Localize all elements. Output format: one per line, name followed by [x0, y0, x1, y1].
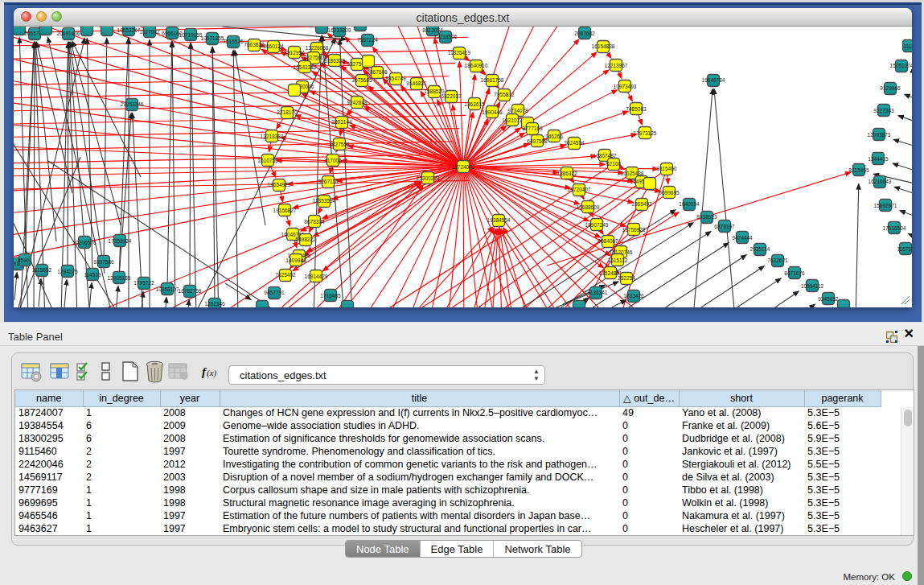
svg-text:1615112: 1615112	[608, 257, 628, 263]
svg-text:20206576: 20206576	[73, 240, 97, 245]
svg-text:16210643: 16210643	[869, 179, 892, 184]
svg-text:3267110: 3267110	[318, 179, 339, 184]
svg-text:1292346: 1292346	[204, 301, 225, 307]
svg-text:7625402: 7625402	[275, 272, 296, 278]
svg-text:19384554: 19384554	[487, 217, 511, 223]
svg-text:2087682: 2087682	[574, 31, 595, 36]
svg-text:7663822: 7663822	[244, 42, 265, 47]
svg-text:3675685: 3675685	[351, 77, 372, 83]
svg-text:1409946: 1409946	[285, 257, 306, 263]
svg-text:10958107: 10958107	[156, 286, 179, 292]
svg-text:45901: 45901	[18, 257, 32, 263]
svg-text:9146821: 9146821	[406, 80, 427, 86]
svg-text:13226058: 13226058	[306, 45, 329, 51]
svg-text:9115460: 9115460	[657, 166, 677, 171]
svg-text:20691406: 20691406	[57, 31, 80, 36]
svg-text:18907249: 18907249	[585, 222, 609, 228]
svg-text:114519: 114519	[84, 272, 101, 278]
svg-text:10719155: 10719155	[179, 32, 203, 38]
svg-text:9777169: 9777169	[522, 126, 543, 131]
svg-text:19166827: 19166827	[273, 208, 297, 213]
svg-text:19756928: 19756928	[622, 227, 646, 233]
svg-text:(x): (x)	[207, 368, 217, 378]
svg-text:9129966: 9129966	[880, 85, 901, 91]
svg-text:1610755: 1610755	[257, 158, 278, 163]
svg-text:116753: 116753	[897, 246, 912, 252]
svg-text:10688609: 10688609	[577, 204, 600, 210]
svg-text:2718170: 2718170	[277, 109, 298, 115]
svg-text:12213383: 12213383	[261, 134, 284, 139]
svg-text:16914479: 16914479	[305, 274, 328, 279]
svg-text:10654112: 10654112	[801, 283, 824, 289]
svg-text:6497508: 6497508	[527, 138, 548, 144]
svg-text:9457791: 9457791	[264, 290, 285, 295]
svg-text:15692971: 15692971	[874, 203, 897, 208]
svg-text:10671355: 10671355	[201, 35, 224, 41]
svg-text:8678334: 8678334	[304, 219, 325, 225]
svg-text:9327500: 9327500	[303, 55, 324, 60]
svg-text:7357224: 7357224	[357, 37, 378, 43]
svg-text:746266: 746266	[545, 134, 563, 139]
svg-text:252254: 252254	[618, 275, 635, 281]
svg-text:1733426: 1733426	[623, 293, 644, 299]
svg-text:17973125: 17973125	[634, 130, 657, 136]
svg-text:1115682: 1115682	[32, 267, 52, 273]
svg-text:16961758: 16961758	[481, 77, 504, 83]
svg-text:16782759: 16782759	[179, 288, 202, 294]
svg-text:16154838: 16154838	[592, 43, 615, 49]
svg-text:1362615: 1362615	[464, 101, 485, 107]
svg-text:7485063: 7485063	[626, 106, 647, 112]
svg-text:9245652: 9245652	[818, 296, 839, 302]
svg-text:3624554: 3624554	[564, 140, 585, 146]
svg-text:9084067: 9084067	[598, 238, 618, 244]
svg-text:12218506: 12218506	[434, 34, 458, 39]
svg-text:12905185: 12905185	[108, 275, 131, 281]
svg-text:10653267: 10653267	[117, 27, 141, 33]
svg-text:18640910: 18640910	[465, 63, 488, 68]
svg-text:62160: 62160	[606, 161, 621, 167]
svg-text:11353594: 11353594	[313, 198, 336, 204]
svg-text:18724007: 18724007	[452, 164, 475, 170]
svg-text:1965492: 1965492	[631, 201, 652, 207]
svg-text:2803144: 2803144	[331, 119, 352, 125]
svg-text:7515526: 7515526	[223, 39, 244, 44]
svg-text:9734078: 9734078	[507, 108, 528, 113]
svg-text:1716485: 1716485	[320, 293, 341, 299]
svg-text:14136141: 14136141	[585, 290, 608, 295]
svg-text:2867608: 2867608	[367, 69, 388, 75]
svg-text:8186328: 8186328	[324, 58, 345, 64]
svg-text:417006: 417006	[324, 158, 342, 163]
svg-text:19654923: 19654923	[268, 182, 291, 187]
svg-text:1244415: 1244415	[868, 156, 889, 162]
svg-text:12093873: 12093873	[868, 132, 891, 138]
svg-text:9242848: 9242848	[347, 100, 368, 105]
svg-text:10973493: 10973493	[614, 84, 637, 89]
svg-text:8660124: 8660124	[263, 43, 284, 49]
svg-text:1640954: 1640954	[679, 201, 700, 207]
svg-text:11325419: 11325419	[448, 50, 471, 56]
svg-text:16543382: 16543382	[294, 64, 317, 70]
svg-text:9397586: 9397586	[93, 259, 114, 265]
svg-text:12213967: 12213967	[605, 63, 628, 68]
svg-text:8427552: 8427552	[329, 142, 350, 147]
svg-text:1112: 1112	[903, 43, 912, 49]
svg-text:1294275: 1294275	[57, 269, 78, 274]
svg-text:2935114: 2935114	[750, 246, 770, 252]
svg-text:5498222: 5498222	[295, 237, 316, 242]
svg-text:25300273: 25300273	[417, 175, 440, 181]
svg-text:8912954: 8912954	[284, 50, 305, 56]
svg-text:8454749: 8454749	[385, 76, 406, 81]
svg-text:9699695: 9699695	[659, 190, 680, 196]
svg-text:1795722: 1795722	[133, 280, 154, 286]
svg-text:6879197: 6879197	[714, 224, 735, 229]
svg-text:9227343: 9227343	[873, 108, 894, 113]
svg-text:9474444: 9474444	[732, 235, 753, 241]
svg-text:8938923: 8938923	[696, 214, 717, 220]
svg-text:7386322: 7386322	[556, 171, 577, 176]
svg-text:8215955: 8215955	[848, 167, 869, 173]
svg-text:7955812: 7955812	[494, 92, 515, 97]
svg-text:15751074: 15751074	[890, 63, 912, 68]
svg-text:1990443: 1990443	[482, 109, 503, 115]
svg-text:15720407: 15720407	[568, 187, 591, 192]
svg-text:8471676: 8471676	[784, 270, 805, 276]
